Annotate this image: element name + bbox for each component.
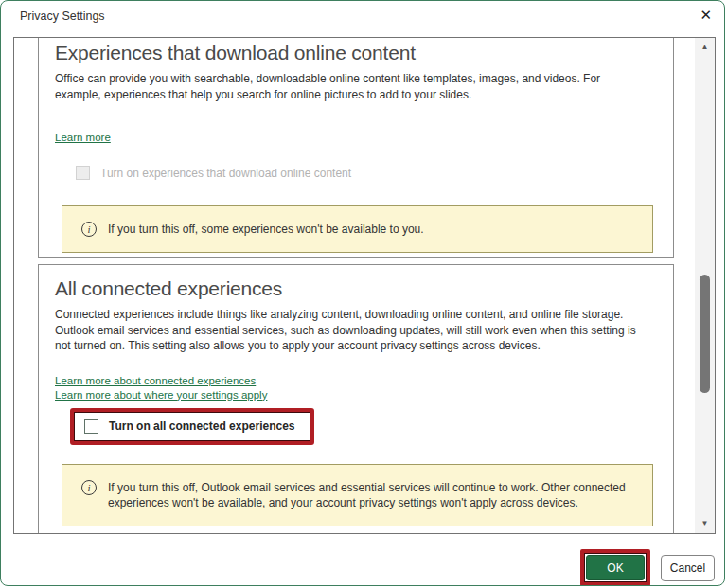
section-body: Connected experiences include things lik… (55, 307, 649, 354)
checkbox-label: Turn on all connected experiences (109, 419, 295, 433)
checkbox-label: Turn on experiences that download online… (100, 167, 351, 180)
cancel-button[interactable]: Cancel (661, 555, 715, 581)
vertical-scrollbar[interactable]: ▲ ▼ (695, 38, 715, 533)
scroll-up-icon[interactable]: ▲ (695, 40, 715, 55)
learn-more-connected-link[interactable]: Learn more about connected experiences (55, 374, 256, 388)
notice-box: i If you turn this off, Outlook email se… (62, 464, 653, 526)
online-content-checkbox-row: Turn on experiences that download online… (76, 166, 673, 180)
scrollbar-thumb[interactable] (700, 275, 710, 393)
section-heading: All connected experiences (55, 265, 673, 300)
learn-more-link[interactable]: Learn more (55, 132, 111, 143)
online-content-checkbox (76, 166, 90, 180)
info-icon: i (81, 222, 97, 237)
info-icon: i (81, 480, 97, 495)
privacy-settings-dialog: Privacy Settings ✕ Experiences that down… (0, 0, 725, 586)
section-connected-experiences: All connected experiences Connected expe… (38, 264, 674, 534)
notice-text: If you turn this off, some experiences w… (108, 222, 424, 237)
close-icon[interactable]: ✕ (700, 7, 712, 24)
annotation-highlight-checkbox: Turn on all connected experiences (70, 408, 314, 445)
dialog-title: Privacy Settings (20, 9, 105, 23)
annotation-highlight-ok: OK (580, 549, 650, 586)
learn-more-settings-apply-link[interactable]: Learn more about where your settings app… (55, 388, 267, 402)
notice-text: If you turn this off, Outlook email serv… (108, 480, 633, 510)
ok-button[interactable]: OK (586, 555, 645, 580)
connected-experiences-checkbox[interactable] (84, 419, 98, 434)
section-body: Office can provide you with searchable, … (55, 71, 649, 102)
scrollable-content: Experiences that download online content… (13, 37, 716, 534)
scroll-down-icon[interactable]: ▼ (695, 516, 715, 531)
notice-box: i If you turn this off, some experiences… (62, 205, 653, 253)
section-heading: Experiences that download online content (55, 37, 673, 64)
title-bar: Privacy Settings ✕ (1, 1, 724, 33)
section-online-content: Experiences that download online content… (38, 37, 674, 258)
